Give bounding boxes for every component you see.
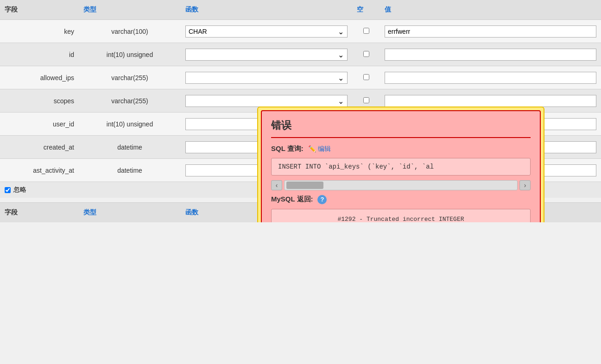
func-select-key[interactable]: CHAR - NOW NULL xyxy=(185,25,348,38)
null-checkbox-allowed-ips[interactable] xyxy=(363,74,369,80)
mysql-label: MySQL 返回: xyxy=(271,195,313,203)
field-key: key xyxy=(0,25,79,38)
type-created-at: datetime xyxy=(79,141,181,154)
table-row: id int(10) unsigned CHAR NOW NULL xyxy=(0,43,601,66)
null-checkbox-scopes[interactable] xyxy=(363,97,369,103)
func-cell-key[interactable]: CHAR - NOW NULL xyxy=(181,23,352,40)
table-row: key varchar(100) CHAR - NOW NULL xyxy=(0,20,601,43)
field-ast-activity-at: ast_activity_at xyxy=(0,164,79,177)
column-header-top: 字段 类型 函数 空 值 xyxy=(0,0,601,20)
scrollbar-row: ‹ › xyxy=(271,180,531,190)
type-scopes: varchar(255) xyxy=(79,94,181,107)
table-container: 字段 类型 函数 空 值 key varchar(100) CHAR - NOW… xyxy=(0,0,601,222)
scroll-track[interactable] xyxy=(284,180,518,190)
scroll-thumb[interactable] xyxy=(286,182,323,189)
value-input-allowed-ips[interactable] xyxy=(385,72,596,84)
func-select-id[interactable]: CHAR NOW NULL xyxy=(185,49,348,61)
field-created-at: created_at xyxy=(0,141,79,154)
null-cell-id[interactable] xyxy=(352,48,380,61)
ignore-checkbox[interactable] xyxy=(5,187,11,193)
func-select-allowed-ips[interactable]: CHAR NOW NULL xyxy=(185,72,348,84)
type-ast-activity-at: datetime xyxy=(79,164,181,177)
error-message: #1292 - Truncated incorrect INTEGER valu… xyxy=(271,209,531,222)
field-user-id: user_id xyxy=(0,118,79,131)
modal-title: 错误 xyxy=(271,119,531,138)
type-user-id: int(10) unsigned xyxy=(79,118,181,131)
null-checkbox-key[interactable] xyxy=(363,28,369,34)
value-input-key[interactable] xyxy=(385,25,596,38)
sql-label: SQL 查询: xyxy=(271,144,304,152)
field-id: id xyxy=(0,48,79,61)
null-cell-allowed-ips[interactable] xyxy=(352,71,380,84)
edit-link[interactable]: ✏️ 编辑 xyxy=(308,145,331,152)
header-type: 类型 xyxy=(79,4,181,16)
field-scopes: scopes xyxy=(0,94,79,107)
scroll-left-button[interactable]: ‹ xyxy=(271,180,282,190)
modal-inner: 错误 SQL 查询: ✏️ 编辑 INSERT INTO `api_keys` … xyxy=(261,110,541,222)
edit-link-text: 编辑 xyxy=(318,145,331,152)
sql-code-box: INSERT INTO `api_keys` (`key`, `id`, `al xyxy=(271,158,531,176)
value-cell-allowed-ips[interactable] xyxy=(380,69,601,87)
modal-outer: 错误 SQL 查询: ✏️ 编辑 INSERT INTO `api_keys` … xyxy=(257,107,544,222)
footer-field: 字段 xyxy=(0,207,79,219)
null-checkbox-id[interactable] xyxy=(363,51,369,57)
value-cell-key[interactable] xyxy=(380,23,601,40)
value-cell-id[interactable] xyxy=(380,46,601,63)
scroll-right-button[interactable]: › xyxy=(519,180,531,190)
footer-type: 类型 xyxy=(79,207,181,219)
header-null: 空 xyxy=(352,4,380,16)
table-row: allowed_ips varchar(255) CHAR NOW NULL xyxy=(0,66,601,89)
error-modal-overlay: 错误 SQL 查询: ✏️ 编辑 INSERT INTO `api_keys` … xyxy=(257,107,544,222)
help-icon[interactable]: ? xyxy=(317,195,327,204)
type-allowed-ips: varchar(255) xyxy=(79,71,181,84)
header-field: 字段 xyxy=(0,4,79,16)
mysql-section: MySQL 返回: ? xyxy=(271,195,531,204)
func-select-scopes[interactable]: CHAR NOW NULL xyxy=(185,95,348,107)
value-input-scopes[interactable] xyxy=(385,95,596,107)
null-cell-key[interactable] xyxy=(352,25,380,38)
header-value: 值 xyxy=(380,4,601,16)
header-function: 函数 xyxy=(181,4,352,16)
type-id: int(10) unsigned xyxy=(79,48,181,61)
func-cell-allowed-ips[interactable]: CHAR NOW NULL xyxy=(181,69,352,87)
edit-pencil-icon: ✏️ xyxy=(308,145,316,152)
field-allowed-ips: allowed_ips xyxy=(0,71,79,84)
value-input-id[interactable] xyxy=(385,49,596,61)
ignore-label: 忽略 xyxy=(13,186,26,194)
type-key: varchar(100) xyxy=(79,25,181,38)
sql-section: SQL 查询: ✏️ 编辑 xyxy=(271,144,531,153)
func-cell-id[interactable]: CHAR NOW NULL xyxy=(181,46,352,63)
null-cell-scopes[interactable] xyxy=(352,94,380,107)
